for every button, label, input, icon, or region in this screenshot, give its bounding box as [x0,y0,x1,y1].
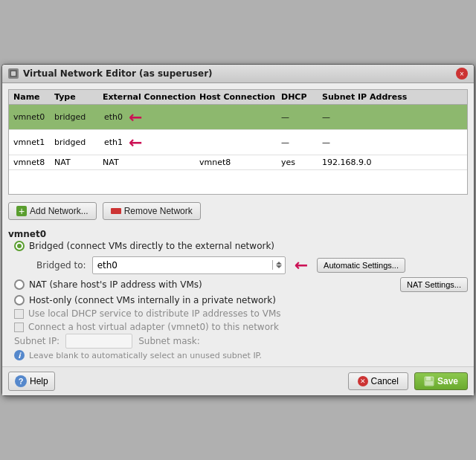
bridged-label: Bridged (connect VMs directly to the ext… [29,241,274,251]
bridged-radio[interactable] [14,241,25,251]
row-host: vmnet8 [198,157,280,168]
row-name: vmnet8 [12,157,53,168]
nat-settings-button[interactable]: NAT Settings... [400,277,468,292]
save-button[interactable]: Save [414,372,468,390]
adapter-label: Connect a host virtual adapter (vmnet0) … [28,322,279,332]
arrow-up-icon [276,262,282,265]
cancel-icon: ✕ [358,376,368,386]
row-subnet: — [321,111,464,123]
help-button[interactable]: ? Help [8,372,55,391]
row-host [198,117,280,118]
table-body: vmnet0 bridged eth0 ← — — vmnet1 bridged… [9,105,467,194]
row-type: bridged [53,137,101,148]
help-icon: ? [15,375,27,387]
vmnet-section: vmnet0 Bridged (connect VMs directly to … [8,227,468,360]
svg-rect-4 [425,381,433,385]
save-icon [424,376,434,386]
adapter-checkbox-row[interactable]: Connect a host virtual adapter (vmnet0) … [14,322,468,332]
col-dhcp: DHCP [280,91,321,103]
remove-network-button[interactable]: Remove Network [103,202,201,220]
table-header: Name Type External Connection Host Conne… [9,90,467,105]
arrow-down-icon [276,265,282,268]
row-subnet: 192.168.9.0 [321,157,464,168]
adapter-checkbox[interactable] [14,323,24,332]
add-network-button[interactable]: + Add Network... [8,202,97,220]
row-dhcp: yes [280,157,321,168]
nat-label: NAT (share host's IP address with VMs) [29,279,202,290]
select-value: eth0 [93,259,272,272]
info-icon: i [14,350,25,360]
bridged-to-select[interactable]: eth0 [92,256,286,274]
row-subnet: — [321,137,464,148]
dhcp-checkbox[interactable] [14,309,24,319]
col-external: External Connection [101,91,198,103]
footer-right: ✕ Cancel Save [348,372,468,390]
nat-radio-row[interactable]: NAT (share host's IP address with VMs) [14,279,202,290]
row-external: NAT [101,157,198,168]
row-host [198,142,280,143]
info-row: i Leave blank to automatically select an… [8,350,468,360]
row-name: vmnet0 [12,111,53,123]
nat-radio[interactable] [14,279,25,290]
section-title: vmnet0 [8,227,468,241]
add-icon: + [16,206,27,216]
cancel-button[interactable]: ✕ Cancel [348,372,408,390]
row-dhcp: — [280,137,321,148]
col-name: Name [12,91,53,103]
titlebar-left: Virtual Network Editor (as superuser) [8,68,213,79]
dhcp-checkbox-row[interactable]: Use local DHCP service to distribute IP … [14,308,468,319]
network-buttons: + Add Network... Remove Network [8,199,468,223]
table-row[interactable]: vmnet1 bridged eth1 ← — — [9,130,467,155]
footer: ? Help ✕ Cancel Save [2,366,474,395]
close-button[interactable]: × [456,68,468,80]
radio-group: Bridged (connect VMs directly to the ext… [8,241,468,305]
row-type: bridged [53,111,101,123]
main-content: Name Type External Connection Host Conne… [2,83,474,366]
dhcp-label: Use local DHCP service to distribute IP … [28,308,281,319]
subnet-ip-input[interactable] [65,334,132,349]
remove-icon [111,208,121,214]
info-text: Leave blank to automatically select an u… [29,351,262,360]
subnet-row: Subnet IP: Subnet mask: [8,334,468,349]
svg-rect-1 [11,71,16,76]
row-dhcp: — [280,111,321,123]
col-type: Type [53,91,101,103]
col-host: Host Connection [198,91,280,103]
row-external: eth1 ← [101,132,198,153]
table-row[interactable]: vmnet8 NAT NAT vmnet8 yes 192.168.9.0 [9,155,467,170]
host-only-option-row[interactable]: Host-only (connect VMs internally in a p… [14,295,468,305]
row-name: vmnet1 [12,137,53,148]
main-window: Virtual Network Editor (as superuser) × … [1,64,475,396]
select-arrow[interactable] [272,260,285,270]
automatic-settings-button[interactable]: Automatic Settings... [317,258,405,273]
subnet-ip-label: Subnet IP: [14,336,60,346]
host-only-radio[interactable] [14,295,25,305]
checkbox-group: Use local DHCP service to distribute IP … [8,308,468,332]
window-title: Virtual Network Editor (as superuser) [23,68,213,79]
row-type: NAT [53,157,101,168]
col-subnet: Subnet IP Address [321,91,464,103]
bridged-option-row[interactable]: Bridged (connect VMs directly to the ext… [14,241,468,251]
nat-option-row: NAT (share host's IP address with VMs) N… [14,277,468,292]
subnet-mask-label: Subnet mask: [138,336,200,346]
app-icon [8,68,19,79]
titlebar: Virtual Network Editor (as superuser) × [2,65,474,83]
bridged-to-label: Bridged to: [36,260,86,271]
host-only-label: Host-only (connect VMs internally in a p… [29,295,276,305]
network-table: Name Type External Connection Host Conne… [8,89,468,195]
svg-rect-3 [426,377,431,380]
table-row[interactable]: vmnet0 bridged eth0 ← — — [9,105,467,130]
row-external: eth0 ← [101,106,198,128]
bridged-to-row: Bridged to: eth0 ← Automatic Settings... [14,256,468,274]
